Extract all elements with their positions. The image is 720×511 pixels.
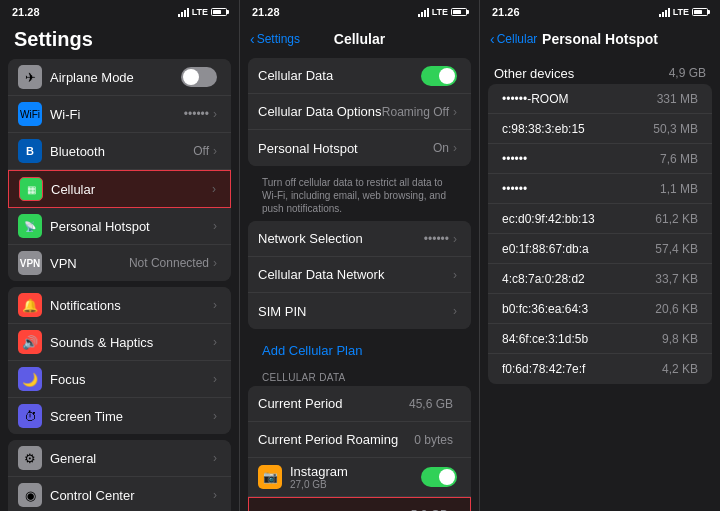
- airplane-toggle[interactable]: [181, 67, 217, 87]
- device-value-4: 61,2 KB: [655, 212, 698, 226]
- bluetooth-icon: B: [18, 139, 42, 163]
- signal-icon-right: [659, 8, 670, 17]
- vpn-value: Not Connected: [129, 256, 209, 270]
- screentime-chevron: ›: [213, 409, 217, 423]
- device-item-1: c:98:38:3:eb:15 50,3 MB: [488, 114, 712, 144]
- back-label-mid: Settings: [257, 32, 300, 46]
- notifications-icon: 🔔: [18, 293, 42, 317]
- device-name-9: f0:6d:78:42:7e:f: [502, 362, 585, 376]
- status-bar-left: 21.28 LTE: [0, 0, 239, 22]
- cellular-data-label: Cellular Data: [258, 68, 421, 83]
- network-selection-value: ••••••: [424, 232, 449, 246]
- status-icons-left: LTE: [178, 7, 227, 17]
- personal-hotspot-mid-value: On: [433, 141, 449, 155]
- wifi-chevron: ›: [213, 107, 217, 121]
- current-period-label: Current Period: [258, 396, 409, 411]
- cellular-title: Cellular: [334, 31, 385, 47]
- hotspot-title: Personal Hotspot: [542, 31, 658, 47]
- focus-icon: 🌙: [18, 367, 42, 391]
- lte-badge-right: LTE: [673, 7, 689, 17]
- wifi-label: Wi-Fi: [50, 107, 184, 122]
- settings-item-focus[interactable]: 🌙 Focus ›: [8, 361, 231, 398]
- bluetooth-value: Off: [193, 144, 209, 158]
- personal-hotspot-mid-item[interactable]: Personal Hotspot On ›: [248, 130, 471, 166]
- device-value-1: 50,3 MB: [653, 122, 698, 136]
- settings-item-control-center[interactable]: ◉ Control Center ›: [8, 477, 231, 511]
- instagram-label: Instagram: [290, 464, 421, 479]
- cellular-data-options-item[interactable]: Cellular Data Options Roaming Off ›: [248, 94, 471, 130]
- settings-item-sounds[interactable]: 🔊 Sounds & Haptics ›: [8, 324, 231, 361]
- cellular-data-toggle[interactable]: [421, 66, 457, 86]
- battery-icon-right: [692, 8, 708, 16]
- general-icon: ⚙: [18, 446, 42, 470]
- cellular-panel: 21.28 LTE ‹ Settings Cellular Cellular D…: [240, 0, 480, 511]
- bluetooth-chevron: ›: [213, 144, 217, 158]
- settings-item-cellular[interactable]: ▦ Cellular ›: [8, 170, 231, 208]
- cellular-data-options-chevron: ›: [453, 105, 457, 119]
- cellular-data-network-label: Cellular Data Network: [258, 267, 453, 282]
- signal-icon-mid: [418, 8, 429, 17]
- hotspot-nav-header: ‹ Cellular Personal Hotspot: [480, 22, 720, 58]
- settings-item-screentime[interactable]: ⏱ Screen Time ›: [8, 398, 231, 434]
- cellular-back-button[interactable]: ‹ Settings: [250, 31, 300, 47]
- sim-pin-item[interactable]: SIM PIN ›: [248, 293, 471, 329]
- device-item-9: f0:6d:78:42:7e:f 4,2 KB: [488, 354, 712, 384]
- airplane-label: Airplane Mode: [50, 70, 181, 85]
- settings-group-2: 🔔 Notifications › 🔊 Sounds & Haptics › 🌙…: [8, 287, 231, 434]
- device-name-6: 4:c8:7a:0:28:d2: [502, 272, 585, 286]
- device-value-2: 7,6 MB: [660, 152, 698, 166]
- device-name-7: b0:fc:36:ea:64:3: [502, 302, 588, 316]
- network-selection-item[interactable]: Network Selection •••••• ›: [248, 221, 471, 257]
- time-mid: 21.28: [252, 6, 280, 18]
- device-name-2: ••••••: [502, 152, 527, 166]
- other-devices-label: Other devices: [494, 66, 574, 81]
- device-value-5: 57,4 KB: [655, 242, 698, 256]
- device-value-3: 1,1 MB: [660, 182, 698, 196]
- hotspot-back-button[interactable]: ‹ Cellular: [490, 31, 537, 47]
- current-period-roaming-item: Current Period Roaming 0 bytes: [248, 422, 471, 458]
- device-name-1: c:98:38:3:eb:15: [502, 122, 585, 136]
- lte-badge-mid: LTE: [432, 7, 448, 17]
- control-center-label: Control Center: [50, 488, 213, 503]
- settings-item-bluetooth[interactable]: B Bluetooth Off ›: [8, 133, 231, 170]
- device-name-8: 84:6f:ce:3:1d:5b: [502, 332, 588, 346]
- sounds-icon: 🔊: [18, 330, 42, 354]
- cellular-data-network-item[interactable]: Cellular Data Network ›: [248, 257, 471, 293]
- sounds-label: Sounds & Haptics: [50, 335, 213, 350]
- device-value-9: 4,2 KB: [662, 362, 698, 376]
- instagram-toggle[interactable]: [421, 467, 457, 487]
- settings-item-airplane[interactable]: ✈ Airplane Mode: [8, 59, 231, 96]
- device-item-0: ••••••-ROOM 331 MB: [488, 84, 712, 114]
- time-right: 21.26: [492, 6, 520, 18]
- cellular-chevron: ›: [212, 182, 216, 196]
- settings-panel: 21.28 LTE Settings ✈ Airplane Mode: [0, 0, 240, 511]
- settings-item-notifications[interactable]: 🔔 Notifications ›: [8, 287, 231, 324]
- current-period-value: 45,6 GB: [409, 397, 453, 411]
- instagram-item[interactable]: 📷 Instagram 27,0 GB: [248, 458, 471, 497]
- device-value-7: 20,6 KB: [655, 302, 698, 316]
- general-label: General: [50, 451, 213, 466]
- vpn-icon: VPN: [18, 251, 42, 275]
- add-cellular-plan-button[interactable]: Add Cellular Plan: [248, 335, 471, 366]
- settings-item-wifi[interactable]: WiFi Wi-Fi •••••• ›: [8, 96, 231, 133]
- settings-item-general[interactable]: ⚙ General ›: [8, 440, 231, 477]
- settings-item-vpn[interactable]: VPN VPN Not Connected ›: [8, 245, 231, 281]
- signal-icon: [178, 8, 189, 17]
- devices-list: ••••••-ROOM 331 MB c:98:38:3:eb:15 50,3 …: [480, 84, 720, 384]
- personal-hotspot-mid-label: Personal Hotspot: [258, 141, 433, 156]
- personal-hotspot-data-item[interactable]: Personal Hotspot 5,3 GB ›: [248, 497, 471, 511]
- device-name-0: ••••••-ROOM: [502, 92, 569, 106]
- cellular-data-item[interactable]: Cellular Data: [248, 58, 471, 94]
- cellular-mid-group: Network Selection •••••• › Cellular Data…: [248, 221, 471, 329]
- hotspot-label: Personal Hotspot: [50, 219, 213, 234]
- focus-label: Focus: [50, 372, 213, 387]
- time-left: 21.28: [12, 6, 40, 18]
- device-name-5: e0:1f:88:67:db:a: [502, 242, 589, 256]
- current-period-item: Current Period 45,6 GB: [248, 386, 471, 422]
- device-item-8: 84:6f:ce:3:1d:5b 9,8 KB: [488, 324, 712, 354]
- page-title-left: Settings: [0, 22, 239, 59]
- device-name-3: ••••••: [502, 182, 527, 196]
- device-item-2: •••••• 7,6 MB: [488, 144, 712, 174]
- settings-item-hotspot[interactable]: 📡 Personal Hotspot ›: [8, 208, 231, 245]
- back-chevron-mid: ‹: [250, 31, 255, 47]
